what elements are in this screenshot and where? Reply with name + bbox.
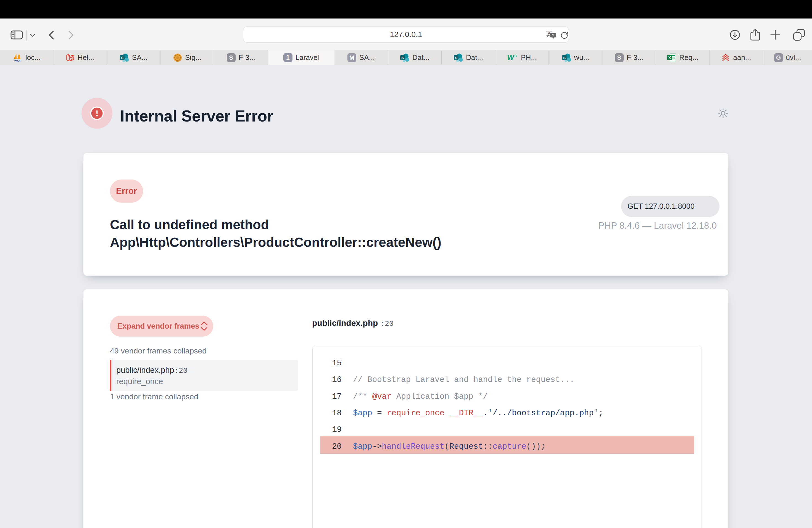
svg-text:PMA: PMA bbox=[14, 59, 21, 62]
svg-text:S: S bbox=[121, 56, 124, 60]
svg-text:S: S bbox=[401, 56, 404, 60]
svg-text:S: S bbox=[563, 56, 566, 60]
svg-text:X: X bbox=[668, 55, 671, 60]
svg-text:S: S bbox=[455, 56, 458, 60]
svg-text:W: W bbox=[507, 54, 514, 62]
svg-text:3: 3 bbox=[514, 54, 517, 58]
